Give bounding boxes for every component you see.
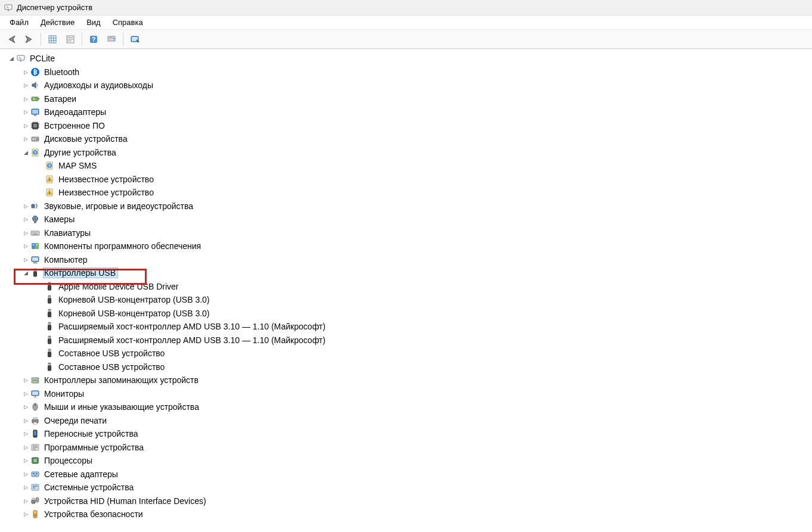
tree-node-root[interactable]: ◢ PCLite (1, 52, 811, 66)
expander-icon[interactable]: ▷ (21, 390, 30, 398)
tree-node-network-adapters[interactable]: ▷ Сетевые адаптеры (1, 468, 811, 481)
tree-node-sound-video-game[interactable]: ▷ Звуковые, игровые и видеоустройства (1, 200, 811, 213)
tree-node-firmware[interactable]: ▷ Встроенное ПО (1, 119, 811, 133)
tree-node-usb-child[interactable]: Составное USB устройство (1, 360, 811, 374)
expander-icon[interactable]: ▷ (21, 470, 30, 478)
tree-node-software-components[interactable]: ▷ Компоненты программного обеспечения (1, 239, 811, 253)
expander-icon[interactable]: ▷ (21, 497, 30, 505)
tree-node-cameras[interactable]: ▷ Камеры (1, 213, 811, 226)
expander-icon[interactable]: ▷ (21, 256, 30, 264)
node-label: Составное USB устройство (57, 362, 167, 372)
expander-icon[interactable]: ◢ (21, 269, 30, 277)
tree-node-video-adapters[interactable]: ▷ Видеоадаптеры (1, 105, 811, 119)
expander-icon[interactable]: ◢ (7, 54, 16, 63)
tree-node-usb-child[interactable]: Корневой USB-концентратор (USB 3.0) (1, 293, 811, 307)
warning-icon (44, 188, 55, 197)
expander-icon[interactable]: ▷ (21, 108, 30, 116)
tree-node-other-devices[interactable]: ◢ Другие устройства (1, 146, 811, 160)
expander-icon[interactable]: ▷ (21, 229, 30, 237)
expander-icon[interactable]: ▷ (21, 242, 30, 250)
device-tree[interactable]: ◢ PCLite ▷ Bluetooth ▷ Аудиовходы и ауди… (0, 49, 812, 532)
node-label: Аудиовходы и аудиовыходы (43, 80, 156, 91)
scan-hardware-button[interactable] (104, 32, 119, 47)
node-label: Клавиатуры (43, 228, 93, 238)
expander-icon[interactable]: ▷ (21, 215, 30, 223)
properties-button[interactable] (63, 32, 78, 47)
node-label: Процессоры (43, 455, 95, 466)
tree-node-processors[interactable]: ▷ Процессоры (1, 454, 811, 468)
help-button[interactable] (86, 32, 101, 47)
tree-node-usb-controllers[interactable]: ◢ Контроллеры USB (1, 266, 811, 280)
tree-node-usb-child[interactable]: Расширяемый хост-контроллер AMD USB 3.10… (1, 334, 811, 347)
usb-icon (44, 322, 55, 331)
tree-node-disk-drives[interactable]: ▷ Дисковые устройства (1, 132, 811, 146)
tree-node-usb-child[interactable]: Составное USB устройство (1, 347, 811, 360)
tree-node-unknown-device[interactable]: Неизвестное устройство (1, 173, 811, 186)
title-bar: Диспетчер устройств (0, 0, 812, 15)
node-label: Переносные устройства (43, 428, 141, 439)
node-label: Дисковые устройства (43, 133, 130, 144)
unknown-icon (44, 161, 55, 170)
tree-node-software-devices[interactable]: ▷ Программные устройства (1, 441, 811, 455)
tree-node-monitors[interactable]: ▷ Мониторы (1, 387, 811, 401)
expander-icon[interactable]: ▷ (21, 416, 30, 425)
node-label: Встроенное ПО (43, 120, 107, 131)
expander-icon[interactable]: ▷ (21, 443, 30, 452)
tree-node-batteries[interactable]: ▷ Батареи (1, 92, 811, 106)
usb-icon (44, 295, 55, 304)
tree-node-map-sms[interactable]: MAP SMS (1, 159, 811, 173)
tree-node-computer[interactable]: ▷ Компьютер (1, 253, 811, 267)
expander-icon[interactable]: ▷ (21, 430, 30, 438)
camera-icon (30, 214, 41, 224)
remote-button[interactable] (127, 32, 142, 47)
expander-icon[interactable]: ▷ (21, 376, 30, 384)
expander-icon[interactable]: ▷ (21, 81, 30, 89)
expander-icon[interactable]: ▷ (21, 483, 30, 491)
tree-node-storage-controllers[interactable]: ▷ Контроллеры запоминающих устройств (1, 374, 811, 387)
system-icon (30, 483, 41, 492)
expander-icon[interactable]: ▷ (21, 135, 30, 143)
tree-node-unknown-device[interactable]: Неизвестное устройство (1, 186, 811, 200)
show-hidden-button[interactable] (45, 32, 60, 47)
unknown-icon (30, 148, 41, 157)
tree-node-usb-child[interactable]: Корневой USB-концентратор (USB 3.0) (1, 307, 811, 321)
menu-view[interactable]: Вид (80, 17, 107, 28)
toolbar-separator (82, 33, 82, 46)
usb-icon (44, 282, 55, 291)
tree-node-hid[interactable]: ▷ Устройства HID (Human Interface Device… (1, 494, 811, 508)
tree-node-keyboards[interactable]: ▷ Клавиатуры (1, 226, 811, 240)
tree-node-print-queues[interactable]: ▷ Очереди печати (1, 414, 811, 428)
node-label: Системные устройства (43, 482, 136, 493)
expander-icon[interactable]: ▷ (21, 202, 30, 210)
node-label: Расширяемый хост-контроллер AMD USB 3.10… (57, 321, 328, 332)
display-icon (30, 107, 41, 117)
toolbar-separator (123, 33, 123, 46)
forward-button[interactable] (21, 32, 37, 47)
node-label: Видеоадаптеры (43, 107, 109, 117)
expander-icon[interactable]: ▷ (21, 95, 30, 103)
menu-action[interactable]: Действие (35, 17, 80, 28)
tree-node-usb-child[interactable]: Расширяемый хост-контроллер AMD USB 3.10… (1, 320, 811, 334)
tree-node-usb-child[interactable]: Apple Mobile Device USB Driver (1, 280, 811, 294)
expander-icon[interactable]: ▷ (21, 456, 30, 465)
tree-node-system-devices[interactable]: ▷ Системные устройства (1, 481, 811, 494)
expander-icon[interactable]: ◢ (21, 148, 30, 157)
chip-icon (30, 121, 41, 130)
expander-icon[interactable]: ▷ (21, 122, 30, 130)
tree-node-security-devices[interactable]: ▷ Устройства безопасности (1, 508, 811, 521)
node-label: Мыши и иные указывающие устройства (43, 402, 202, 412)
tree-node-mice[interactable]: ▷ Мыши и иные указывающие устройства (1, 400, 811, 414)
expander-icon[interactable]: ▷ (21, 68, 30, 76)
back-button[interactable] (4, 32, 19, 47)
speaker-icon (30, 201, 41, 211)
menu-file[interactable]: Файл (4, 17, 35, 28)
menu-help[interactable]: Справка (107, 17, 149, 28)
expander-icon[interactable]: ▷ (21, 510, 30, 518)
node-label: MAP SMS (57, 160, 99, 171)
tree-node-bluetooth[interactable]: ▷ Bluetooth (1, 66, 811, 79)
expander-icon[interactable]: ▷ (21, 403, 30, 411)
bluetooth-icon (30, 67, 41, 77)
node-label: Неизвестное устройство (57, 187, 156, 198)
tree-node-portable-devices[interactable]: ▷ Переносные устройства (1, 427, 811, 441)
tree-node-audio-io[interactable]: ▷ Аудиовходы и аудиовыходы (1, 79, 811, 92)
